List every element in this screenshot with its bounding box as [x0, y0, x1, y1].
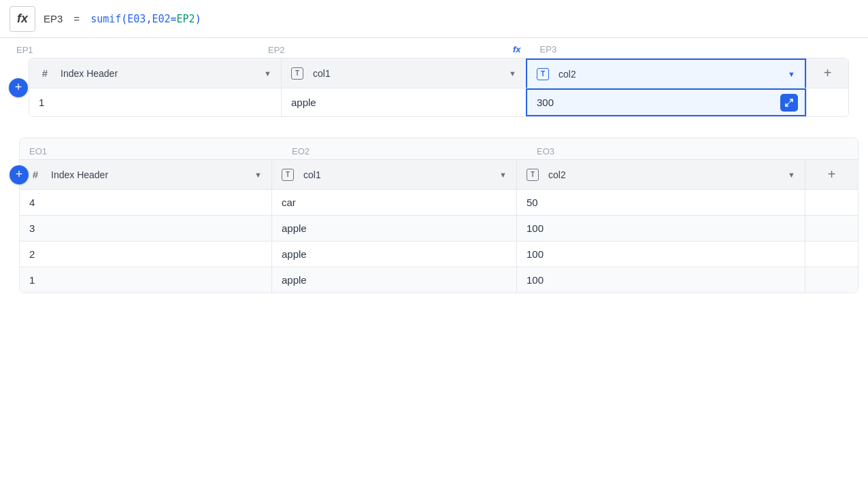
bottom-row1-index-value: 4 [29, 197, 35, 208]
col2-type-icon: T [537, 68, 549, 80]
top-row1-col1-value: apple [291, 97, 316, 108]
top-row1-col2-value: 300 [537, 97, 554, 108]
bottom-index-hash-icon: # [29, 169, 41, 181]
top-col-label-ep1: EP1 [10, 44, 261, 55]
formula-cell-ref: EP3 [44, 13, 63, 24]
top-row1-col1: apple [281, 88, 526, 116]
bottom-col2-dropdown[interactable]: ▼ [788, 171, 795, 179]
bottom-col-label-eo3: EO3 [537, 145, 848, 156]
bottom-add-row-button[interactable]: + [10, 165, 29, 184]
bottom-col1-dropdown[interactable]: ▼ [499, 171, 507, 179]
bottom-index-dropdown[interactable]: ▼ [254, 171, 262, 179]
top-col-label-ep3: fx EP3 [506, 44, 858, 55]
bottom-row3-index: 2 [20, 242, 271, 267]
top-table-header-row: # Index Header ▼ T col1 ▼ T col2 ▼ [29, 59, 848, 88]
top-plus-button[interactable]: + [824, 65, 832, 81]
bottom-add-row-icon: + [16, 167, 23, 182]
bottom-row4-index-value: 1 [29, 274, 35, 286]
fx-label: fx [506, 44, 528, 54]
bottom-row2-plus-cell [805, 216, 858, 241]
bottom-header-plus[interactable]: + [805, 160, 858, 189]
formula-bar: fx EP3 = sumif(E03,E02=EP2) [0, 0, 868, 38]
ep1-label: EP1 [10, 45, 40, 55]
ep3-label: EP3 [533, 44, 564, 54]
fx-icon-label: fx [17, 12, 28, 26]
top-table-container: + # Index Header ▼ T col1 ▼ [19, 58, 858, 117]
bottom-row2-index: 3 [20, 216, 271, 241]
top-col2-label: col2 [558, 69, 576, 80]
top-header-col1[interactable]: T col1 ▼ [281, 59, 526, 88]
formula-arg2-rhs: EP2 [177, 13, 195, 25]
top-section: EP1 EP2 fx EP3 + # Index Header [0, 38, 868, 131]
bottom-header-col1[interactable]: T col1 ▼ [271, 160, 516, 189]
bottom-row4-col2: 100 [516, 267, 805, 293]
formula-fn: sumif [90, 13, 121, 25]
eo2-label: EO2 [292, 146, 310, 156]
formula-arg1: E03 [127, 13, 146, 25]
top-add-row-button[interactable]: + [9, 78, 28, 97]
bottom-row2-col1-value: apple [282, 222, 307, 234]
top-table: # Index Header ▼ T col1 ▼ T col2 ▼ [29, 58, 849, 117]
top-col1-dropdown[interactable]: ▼ [509, 69, 516, 78]
bottom-row3-col1: apple [271, 242, 516, 267]
bottom-row1-index: 4 [20, 190, 271, 215]
bottom-row3-index-value: 2 [29, 248, 35, 260]
bottom-col-label-eo1: EO1 [29, 145, 292, 156]
expand-icon[interactable] [780, 94, 798, 112]
bottom-row1-col1: car [271, 190, 516, 215]
formula-equals: = [73, 13, 80, 24]
bottom-row3-col1-value: apple [282, 248, 307, 260]
bottom-data-row-2: 3 apple 100 [20, 216, 858, 242]
eo3-label: EO3 [537, 146, 554, 156]
ep2-label: EP2 [261, 45, 292, 55]
top-col-headers-row: EP1 EP2 fx EP3 [0, 38, 868, 58]
top-header-col2[interactable]: T col2 ▼ [526, 59, 806, 88]
bottom-table-header-row: + # Index Header ▼ T col1 ▼ T col2 [20, 160, 858, 190]
bottom-row1-col1-value: car [282, 197, 296, 208]
top-index-label: Index Header [61, 68, 118, 79]
bottom-header-index[interactable]: # Index Header ▼ [20, 160, 271, 189]
index-hash-icon: # [39, 67, 51, 80]
bottom-row4-index: 1 [20, 267, 271, 293]
bottom-row3-plus-cell [805, 242, 858, 267]
top-col1-label: col1 [313, 68, 331, 79]
top-row1-plus-cell [806, 88, 848, 116]
bottom-row4-plus-cell [805, 267, 858, 293]
bottom-row2-col2-value: 100 [527, 222, 544, 234]
bottom-table: EO1 EO2 EO3 + # [19, 137, 858, 293]
bottom-row1-plus-cell [805, 190, 858, 215]
bottom-section: EO1 EO2 EO3 + # [0, 137, 868, 293]
top-col2-dropdown[interactable]: ▼ [788, 70, 795, 78]
top-row1-index: 1 [29, 88, 281, 116]
top-index-dropdown[interactable]: ▼ [264, 69, 271, 78]
bottom-col-label-eo2: EO2 [292, 145, 537, 156]
formula-arg2-lhs: E02 [152, 13, 170, 25]
bottom-data-row-3: 2 apple 100 [20, 242, 858, 267]
bottom-row2-col1: apple [271, 216, 516, 241]
bottom-header-col2[interactable]: T col2 ▼ [516, 160, 805, 189]
formula-paren-open: ( [121, 13, 127, 25]
bottom-row2-col2: 100 [516, 216, 805, 241]
bottom-col1-label: col1 [303, 169, 321, 180]
top-add-row-icon: + [15, 80, 22, 95]
bottom-row4-col1: apple [271, 267, 516, 293]
top-header-plus[interactable]: + [806, 59, 848, 88]
bottom-data-row-4: 1 apple 100 [20, 267, 858, 293]
bottom-table-container: EO1 EO2 EO3 + # [19, 137, 858, 293]
bottom-row3-col2: 100 [516, 242, 805, 267]
bottom-index-label: Index Header [51, 169, 108, 180]
formula-icon: fx [10, 6, 35, 32]
top-col-label-ep2: EP2 [261, 44, 506, 55]
eo1-label: EO1 [29, 146, 47, 156]
bottom-row2-index-value: 3 [29, 222, 35, 234]
bottom-row1-col2: 50 [516, 190, 805, 215]
bottom-row3-col2-value: 100 [527, 248, 544, 260]
bottom-plus-button[interactable]: + [828, 167, 836, 182]
top-data-row-1: 1 apple 300 [29, 88, 848, 116]
formula-content[interactable]: sumif(E03,E02=EP2) [90, 13, 201, 25]
top-row1-col2[interactable]: 300 [526, 88, 806, 116]
col1-type-icon: T [291, 67, 303, 80]
top-header-index[interactable]: # Index Header ▼ [29, 59, 281, 88]
bottom-row1-col2-value: 50 [527, 197, 538, 208]
bottom-data-row-1: 4 car 50 [20, 190, 858, 216]
